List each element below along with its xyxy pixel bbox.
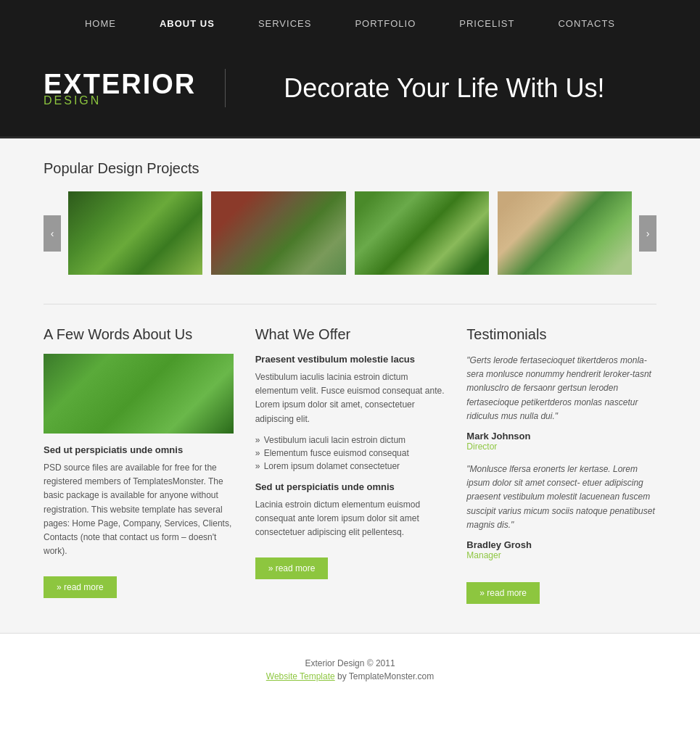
footer-template: Website Template by TemplateMonster.com	[22, 671, 678, 681]
testimonial-1-name: Mark Johnson	[466, 431, 656, 441]
offer-list-item-3: Lorem ipsum dolamet consectetuer	[255, 460, 445, 473]
testimonial-1-quote: "Gerts lerode fertasecioquet tikertderos…	[466, 354, 656, 423]
testimonial-2-quote: "Monlusce lfersa eronerts ler kertase. L…	[466, 463, 656, 532]
testimonials-read-more[interactable]: » read more	[466, 582, 540, 604]
nav-about[interactable]: ABOUT US	[160, 18, 215, 29]
carousel-prev[interactable]: ‹	[44, 215, 61, 252]
nav-home[interactable]: HOME	[85, 18, 116, 29]
testimonials-title: Testimonials	[466, 326, 656, 343]
offer-list: Vestibulum iaculi lacin estroin dictum E…	[255, 434, 445, 473]
projects-section: Popular Design Projects ‹ ›	[44, 160, 656, 275]
main-nav: HOME ABOUT US SERVICES PORTFOLIO PRICELI…	[0, 0, 700, 47]
footer-suffix: by TemplateMonster.com	[335, 671, 435, 681]
projects-title: Popular Design Projects	[44, 160, 656, 177]
project-image-4[interactable]	[498, 191, 632, 275]
about-image	[44, 354, 234, 434]
offer-sub-title: Sed ut perspiciatis unde omnis	[255, 481, 445, 492]
offer-lead-text: Vestibulum iaculis lacinia estroin dictu…	[255, 370, 445, 426]
carousel-next[interactable]: ›	[639, 215, 656, 252]
about-column: A Few Words About Us Sed ut perspiciatis…	[44, 326, 234, 604]
brand-sub: DESIGN	[44, 94, 196, 107]
section-divider	[44, 304, 656, 304]
about-title: A Few Words About Us	[44, 326, 234, 343]
offer-read-more[interactable]: » read more	[255, 557, 329, 579]
nav-services[interactable]: SERVICES	[258, 18, 312, 29]
footer: Exterior Design © 2011 Website Template …	[0, 633, 700, 706]
hero-brand: EXTERIOR DESIGN	[44, 69, 226, 107]
offer-column: What We Offer Praesent vestibulum molest…	[255, 326, 445, 604]
three-columns: A Few Words About Us Sed ut perspiciatis…	[44, 326, 656, 604]
about-body: PSD source files are available for free …	[44, 461, 234, 558]
carousel-images	[68, 191, 632, 275]
about-read-more[interactable]: » read more	[44, 576, 117, 598]
hero-tagline: Decorate Your Life With Us!	[255, 73, 604, 104]
testimonial-2-role: Manager	[466, 550, 656, 560]
nav-contacts[interactable]: CONTACTS	[558, 18, 615, 29]
offer-lead-title: Praesent vestibulum molestie lacus	[255, 354, 445, 365]
about-subtitle: Sed ut perspiciatis unde omnis	[44, 444, 234, 455]
hero-section: EXTERIOR DESIGN Decorate Your Life With …	[0, 47, 700, 138]
offer-list-item-2: Elementum fusce euismod consequat	[255, 447, 445, 460]
testimonial-1-role: Director	[466, 441, 656, 452]
footer-link[interactable]: Website Template	[266, 671, 335, 681]
testimonial-2-name: Bradley Grosh	[466, 539, 656, 550]
project-image-3[interactable]	[355, 191, 489, 275]
offer-sub-text: Lacinia estroin dictum elementum euismod…	[255, 498, 445, 540]
testimonials-column: Testimonials "Gerts lerode fertasecioque…	[466, 326, 656, 604]
project-image-1[interactable]	[68, 191, 202, 275]
project-image-2[interactable]	[211, 191, 345, 275]
offer-list-item-1: Vestibulum iaculi lacin estroin dictum	[255, 434, 445, 447]
offer-title: What We Offer	[255, 326, 445, 343]
footer-copyright: Exterior Design © 2011	[22, 658, 678, 668]
nav-pricelist[interactable]: PRICELIST	[459, 18, 514, 29]
main-content: Popular Design Projects ‹ › A Few Words …	[0, 138, 700, 633]
carousel: ‹ ›	[44, 191, 656, 275]
nav-portfolio[interactable]: PORTFOLIO	[355, 18, 416, 29]
